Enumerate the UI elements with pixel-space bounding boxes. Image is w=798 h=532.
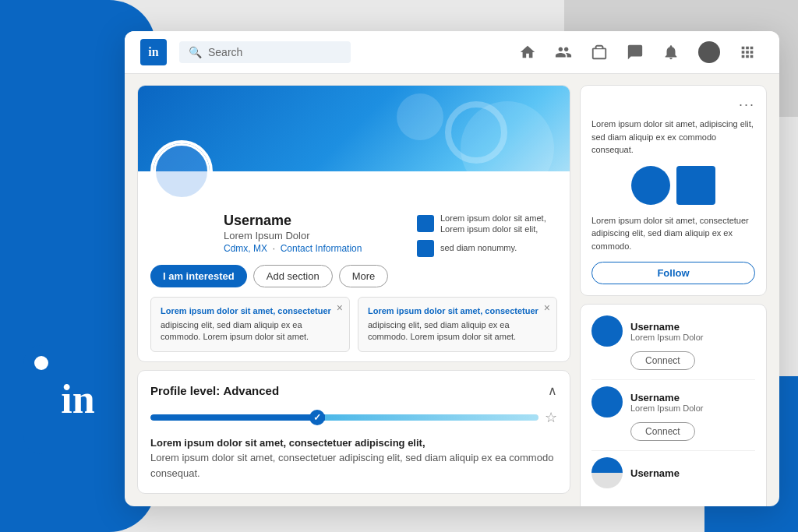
people-icon <box>555 44 572 61</box>
center-column: Username Lorem Ipsum Dolor Cdmx, MX · Co… <box>137 85 570 495</box>
person-item-2: Username Lorem Ipsum Dolor Connect <box>591 386 755 441</box>
person-row-1: Username Lorem Ipsum Dolor <box>591 315 755 347</box>
divider-2 <box>591 450 755 451</box>
main-content: Username Lorem Ipsum Dolor Cdmx, MX · Co… <box>125 74 779 506</box>
activity-card-2-body: adipiscing elit, sed diam aliquip ex ea … <box>368 319 547 344</box>
person-title-2: Lorem Ipsum Dolor <box>630 403 755 413</box>
search-input[interactable]: Search <box>208 46 242 58</box>
location-text: Cdmx, MX <box>224 243 267 254</box>
avatar-wrapper <box>138 171 570 206</box>
search-icon: 🔍 <box>189 46 202 58</box>
person-row-2: Username Lorem Ipsum Dolor <box>591 386 755 417</box>
people-card: Username Lorem Ipsum Dolor Connect Usern… <box>580 304 767 506</box>
profile-location: Cdmx, MX · Contact Information <box>224 243 401 254</box>
progress-remaining <box>325 414 538 421</box>
dots-menu-icon[interactable]: ··· <box>739 97 755 113</box>
profile-level-card: Profile level: Advanced ∧ ✓ ☆ <box>137 370 570 495</box>
chat-icon <box>627 44 644 61</box>
follow-button[interactable]: Follow <box>591 262 755 284</box>
add-section-button[interactable]: Add section <box>253 265 333 287</box>
connect-button-2[interactable]: Connect <box>630 422 695 441</box>
bell-icon <box>662 44 680 61</box>
progress-check-icon: ✓ <box>309 410 325 425</box>
nav-logo-text: in <box>148 45 158 59</box>
sponsored-desc: Lorem ipsum dolor sit amet, consectetuer… <box>591 214 755 253</box>
profile-name: Username <box>224 213 401 229</box>
mini-card-2: sed diam nonummy. <box>417 240 557 257</box>
profile-text: Username Lorem Ipsum Dolor Cdmx, MX · Co… <box>224 213 401 254</box>
activity-cards-row: × Lorem ipsum dolor sit amet, consectetu… <box>138 297 570 361</box>
activity-card-1-title: Lorem ipsum dolor sit amet, consectetuer <box>161 305 340 317</box>
sponsored-text: Lorem ipsum dolor sit amet, adipiscing e… <box>591 118 755 157</box>
profile-level-desc: Lorem ipsum dolor sit amet, consectetuer… <box>150 435 557 481</box>
activity-card-2-close[interactable]: × <box>544 302 550 313</box>
brand-logo-large: in <box>23 345 132 454</box>
person-title-1: Lorem Ipsum Dolor <box>630 333 755 342</box>
star-icon[interactable]: ☆ <box>545 409 557 426</box>
profile-actions: I am interested Add section More <box>138 265 570 297</box>
nav-network-button[interactable] <box>547 41 580 64</box>
search-bar[interactable]: 🔍 Search <box>179 41 351 63</box>
divider-1 <box>591 379 755 380</box>
mini-card-text-1: Lorem ipsum dolor sit amet, Lorem ipsum … <box>440 213 546 235</box>
nav-home-button[interactable] <box>511 41 544 64</box>
logo-dot <box>34 356 48 370</box>
nav-icons <box>511 38 764 66</box>
person-name-3: Username <box>630 467 755 479</box>
right-column: ··· Lorem ipsum dolor sit amet, adipisci… <box>580 85 767 495</box>
progress-track <box>150 414 538 421</box>
nav-messaging-button[interactable] <box>619 41 651 64</box>
sponsored-avatar <box>631 166 670 205</box>
nav-avatar-button[interactable] <box>690 38 728 66</box>
mini-card-1: Lorem ipsum dolor sit amet, Lorem ipsum … <box>417 213 557 235</box>
profile-level-desc-text: Lorem ipsum dolor sit amet, consectetuer… <box>150 452 553 479</box>
person-avatar-2 <box>591 386 623 417</box>
home-icon <box>519 44 536 61</box>
person-name-2: Username <box>630 392 755 403</box>
progress-filled <box>150 414 325 421</box>
mini-card-box-2 <box>417 240 434 257</box>
activity-card-2-title: Lorem ipsum dolor sit amet, consectetuer <box>368 305 547 317</box>
profile-avatar-circle <box>154 143 210 199</box>
activity-card-1-close[interactable]: × <box>337 302 343 313</box>
more-button[interactable]: More <box>339 265 389 287</box>
interested-button[interactable]: I am interested <box>150 265 247 287</box>
person-row-3: Username <box>591 457 755 488</box>
sponsored-square <box>676 166 715 205</box>
connect-button-1[interactable]: Connect <box>630 351 695 370</box>
nav-logo[interactable]: in <box>140 39 167 65</box>
contact-link[interactable]: Contact Information <box>281 243 362 254</box>
profile-side-info: Lorem ipsum dolor sit amet, Lorem ipsum … <box>417 213 557 257</box>
activity-card-1-body: adipiscing elit, sed diam aliquip ex ea … <box>161 319 340 344</box>
progress-bar-wrapper: ✓ ☆ <box>150 409 557 426</box>
person-item-1: Username Lorem Ipsum Dolor Connect <box>591 315 755 370</box>
chevron-up-icon[interactable]: ∧ <box>548 383 557 398</box>
person-info-1: Username Lorem Ipsum Dolor <box>630 321 755 342</box>
profile-info-row: Username Lorem Ipsum Dolor Cdmx, MX · Co… <box>138 206 570 265</box>
mini-card-text-2: sed diam nonummy. <box>440 242 517 253</box>
profile-level-title: Profile level: Advanced <box>150 384 279 397</box>
grid-icon <box>739 44 756 61</box>
person-item-3: Username <box>591 457 755 493</box>
profile-card: Username Lorem Ipsum Dolor Cdmx, MX · Co… <box>137 85 570 362</box>
person-avatar-1 <box>591 315 623 347</box>
person-info-2: Username Lorem Ipsum Dolor <box>630 392 755 413</box>
nav-jobs-button[interactable] <box>583 41 616 64</box>
progress-bar: ✓ <box>150 414 538 421</box>
logo-text: in <box>61 379 94 420</box>
sponsored-card: ··· Lorem ipsum dolor sit amet, adipisci… <box>580 85 767 296</box>
mini-card-box-1 <box>417 215 434 232</box>
nav-user-avatar <box>698 41 720 63</box>
profile-title: Lorem Ipsum Dolor <box>224 230 401 241</box>
person-info-3: Username <box>630 467 755 479</box>
activity-card-1: × Lorem ipsum dolor sit amet, consectetu… <box>150 297 350 352</box>
banner-circle-3 <box>397 93 443 140</box>
navbar: in 🔍 Search <box>125 31 779 74</box>
nav-apps-button[interactable] <box>731 41 764 64</box>
profile-avatar <box>150 140 213 203</box>
sponsored-header: ··· <box>591 97 755 113</box>
person-name-1: Username <box>630 321 755 333</box>
profile-level-header: Profile level: Advanced ∧ <box>150 383 557 398</box>
profile-level-desc-bold: Lorem ipsum dolor sit amet, consectetuer… <box>150 437 425 449</box>
nav-notifications-button[interactable] <box>655 41 687 64</box>
